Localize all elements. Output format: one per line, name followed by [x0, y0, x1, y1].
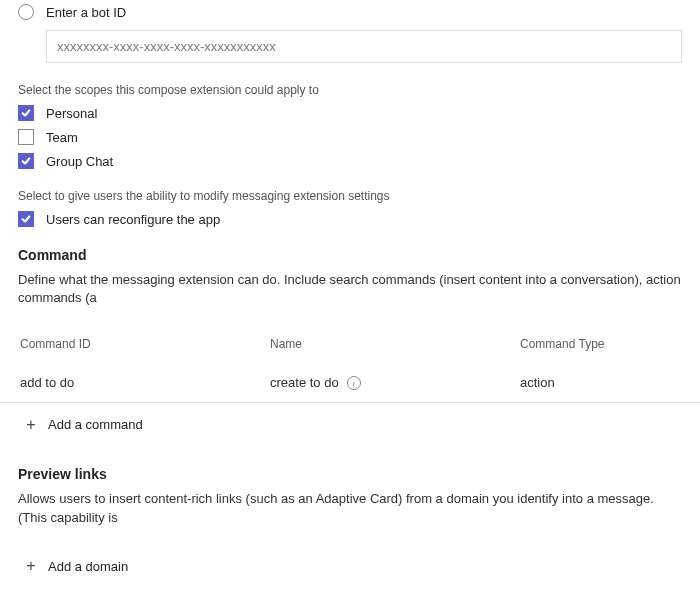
reconfigure-instruction: Select to give users the ability to modi… — [18, 189, 682, 203]
bot-id-input[interactable]: xxxxxxxx-xxxx-xxxx-xxxx-xxxxxxxxxxx — [46, 30, 682, 63]
add-domain-button[interactable]: + Add a domain — [18, 545, 682, 588]
command-heading: Command — [18, 247, 682, 263]
plus-icon: + — [24, 418, 38, 432]
radio-empty-icon — [18, 4, 34, 20]
checkbox-checked-icon — [18, 105, 34, 121]
cell-command-type: action — [520, 375, 680, 390]
table-row[interactable]: add to do create to do i action — [0, 363, 700, 402]
col-name: Name — [270, 337, 520, 351]
checkbox-checked-icon — [18, 153, 34, 169]
scope-label: Personal — [46, 106, 97, 121]
reconfigure-checkbox[interactable]: Users can reconfigure the app — [18, 211, 682, 227]
scope-team[interactable]: Team — [18, 129, 682, 145]
bot-id-radio-label: Enter a bot ID — [46, 5, 126, 20]
cell-name: create to do — [270, 375, 339, 390]
checkbox-checked-icon — [18, 211, 34, 227]
col-command-type: Command Type — [520, 337, 680, 351]
scope-group-chat[interactable]: Group Chat — [18, 153, 682, 169]
preview-heading: Preview links — [18, 466, 682, 482]
scope-label: Group Chat — [46, 154, 113, 169]
info-icon[interactable]: i — [347, 376, 361, 390]
checkbox-empty-icon — [18, 129, 34, 145]
bot-id-radio-row[interactable]: Enter a bot ID — [18, 4, 682, 20]
preview-desc: Allows users to insert content-rich link… — [18, 490, 682, 526]
footer: Save Revert — [0, 588, 700, 592]
col-command-id: Command ID — [20, 337, 270, 351]
scope-label: Team — [46, 130, 78, 145]
add-command-label: Add a command — [48, 417, 143, 432]
add-domain-label: Add a domain — [48, 559, 128, 574]
add-command-button[interactable]: + Add a command — [18, 403, 682, 446]
table-header: Command ID Name Command Type — [0, 325, 700, 363]
command-table: Command ID Name Command Type add to do c… — [0, 325, 700, 403]
plus-icon: + — [24, 559, 38, 573]
command-desc: Define what the messaging extension can … — [18, 271, 682, 307]
scope-personal[interactable]: Personal — [18, 105, 682, 121]
cell-command-id: add to do — [20, 375, 270, 390]
scopes-instruction: Select the scopes this compose extension… — [18, 83, 682, 97]
reconfigure-label: Users can reconfigure the app — [46, 212, 220, 227]
